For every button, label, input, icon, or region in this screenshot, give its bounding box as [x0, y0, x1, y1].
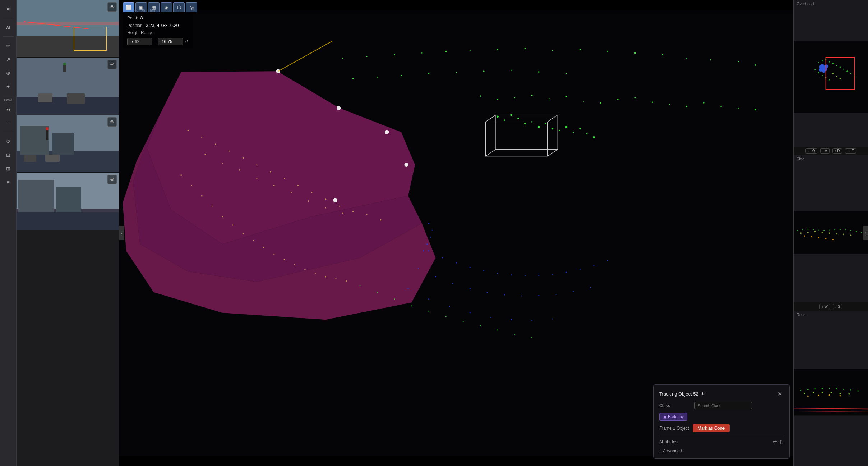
class-badge-icon: ▣ — [663, 415, 666, 419]
class-badge[interactable]: ▣ Building — [659, 413, 687, 421]
toolbar-3d-btn[interactable]: 3D — [2, 3, 14, 15]
svg-point-31 — [421, 52, 423, 54]
svg-point-83 — [579, 128, 581, 130]
svg-point-217 — [807, 229, 808, 230]
camera-view-3[interactable]: 👁 — [17, 115, 119, 173]
class-badge-row: ▣ Building — [659, 413, 784, 421]
camera-view-4[interactable]: 👁 — [17, 173, 119, 230]
side-svg — [794, 163, 868, 302]
svg-point-118 — [308, 200, 309, 202]
overhead-down-btn[interactable]: ↓ A — [820, 148, 830, 154]
overhead-canvas[interactable] — [794, 7, 868, 147]
svg-point-178 — [385, 130, 389, 134]
svg-point-89 — [411, 305, 412, 306]
tool-3dbox-btn[interactable]: ▣ — [135, 2, 147, 12]
svg-point-87 — [377, 292, 378, 293]
svg-point-218 — [813, 229, 814, 230]
svg-point-148 — [566, 272, 567, 273]
tool-box-btn[interactable]: ⬜ — [123, 2, 134, 12]
height-swap-btn[interactable]: ⇄ — [184, 39, 188, 44]
panel-collapse-left-btn[interactable]: ‹ — [119, 226, 124, 240]
height-max-input[interactable] — [158, 38, 183, 45]
toolbar-divider-1 — [3, 18, 14, 18]
svg-point-192 — [829, 61, 830, 63]
svg-point-67 — [703, 102, 705, 104]
svg-point-260 — [839, 395, 841, 396]
svg-point-78 — [545, 123, 546, 124]
toolbar-more-btn[interactable]: ⋯ — [2, 117, 14, 129]
svg-rect-13 — [20, 126, 49, 155]
toolbar-layers-btn[interactable]: ✦ — [2, 81, 14, 93]
toolbar-history-btn[interactable]: ↺ — [2, 135, 14, 147]
advanced-row[interactable]: › Advanced — [659, 448, 784, 453]
attribute-icons: ⇄ ⇅ — [773, 439, 784, 445]
left-toolbar: 3D AI ✏ ↗ ⊕ ✦ Basic ⏮ ⋯ ↺ ⊟ ⊞ ≡ — [0, 0, 17, 466]
svg-point-232 — [829, 232, 830, 234]
svg-point-35 — [525, 48, 526, 49]
mark-gone-btn[interactable]: Mark as Gone — [693, 424, 730, 432]
attributes-label: Attributes — [659, 439, 678, 444]
height-min-input[interactable] — [127, 38, 152, 45]
camera-2-visibility-btn[interactable]: 👁 — [107, 60, 117, 69]
camera-view-2[interactable]: 👁 — [17, 58, 119, 115]
tool-target-btn[interactable]: ◎ — [186, 2, 197, 12]
svg-point-95 — [514, 334, 515, 335]
rear-canvas[interactable] — [794, 318, 868, 466]
camera-3-visibility-btn[interactable]: 👁 — [107, 117, 117, 127]
toolbar-cursor-btn[interactable]: ↗ — [2, 53, 14, 65]
svg-point-114 — [239, 169, 240, 171]
svg-point-127 — [243, 233, 244, 234]
tool-seg-btn[interactable]: ▦ — [148, 2, 160, 12]
svg-point-221 — [829, 230, 830, 231]
attr-icon-2[interactable]: ⇅ — [779, 439, 784, 445]
toolbar-grid-btn[interactable]: ⊞ — [2, 163, 14, 175]
tracking-close-btn[interactable]: ✕ — [776, 390, 784, 398]
svg-point-81 — [565, 126, 567, 128]
svg-point-251 — [804, 392, 805, 394]
toolbar-filter-btn[interactable]: ⊟ — [2, 149, 14, 161]
tracking-panel: Tracking Object 52 👁 ✕ Class ▣ Building … — [653, 384, 790, 459]
svg-point-155 — [470, 288, 471, 289]
svg-point-113 — [222, 163, 223, 164]
camera-4-visibility-btn[interactable]: 👁 — [107, 175, 117, 184]
svg-point-213 — [839, 78, 841, 79]
svg-point-49 — [456, 72, 457, 73]
tool-select-btn[interactable]: ⬡ — [173, 2, 185, 12]
svg-point-129 — [263, 247, 264, 248]
svg-point-202 — [822, 75, 823, 76]
camera-view-1[interactable]: 👁 — [17, 0, 119, 58]
toolbar-ai-btn[interactable]: AI — [2, 21, 14, 33]
svg-point-64 — [652, 101, 653, 103]
svg-point-120 — [342, 213, 343, 214]
camera-1-visibility-btn[interactable]: 👁 — [107, 2, 117, 12]
svg-point-190 — [822, 60, 823, 61]
tool-poly-btn[interactable]: ◈ — [161, 2, 172, 12]
svg-point-201 — [818, 72, 819, 73]
panel-collapse-right-btn[interactable]: › — [863, 226, 868, 240]
side-up-btn[interactable]: ↑ W — [819, 304, 830, 309]
svg-point-16 — [46, 127, 49, 130]
toolbar-draw-btn[interactable]: ✏ — [2, 40, 14, 52]
overhead-up-btn[interactable]: ↑ D — [832, 148, 842, 154]
svg-point-196 — [843, 69, 844, 70]
svg-point-57 — [531, 95, 533, 96]
svg-point-112 — [204, 154, 206, 155]
side-down-btn[interactable]: ↓ S — [833, 304, 842, 309]
toolbar-play-btn[interactable]: ⏮ — [2, 103, 14, 115]
overhead-right-btn[interactable]: → E — [845, 148, 856, 154]
search-class-input[interactable] — [694, 402, 752, 409]
svg-point-212 — [836, 76, 837, 77]
svg-point-250 — [858, 390, 859, 392]
toolbar-transform-btn[interactable]: ⊕ — [2, 67, 14, 79]
toolbar-list-btn[interactable]: ≡ — [2, 176, 14, 188]
svg-point-94 — [497, 329, 498, 330]
side-canvas[interactable] — [794, 163, 868, 302]
svg-point-41 — [686, 58, 687, 59]
main-3d-view[interactable]: ⬜ ▣ ▦ ◈ ⬡ ◎ — [119, 0, 793, 466]
svg-point-101 — [243, 157, 244, 159]
attr-icon-1[interactable]: ⇄ — [773, 439, 777, 445]
overhead-left-btn[interactable]: ← Q — [805, 148, 817, 154]
svg-point-162 — [590, 287, 591, 288]
rear-svg — [794, 318, 868, 466]
class-badge-text: Building — [668, 414, 683, 419]
